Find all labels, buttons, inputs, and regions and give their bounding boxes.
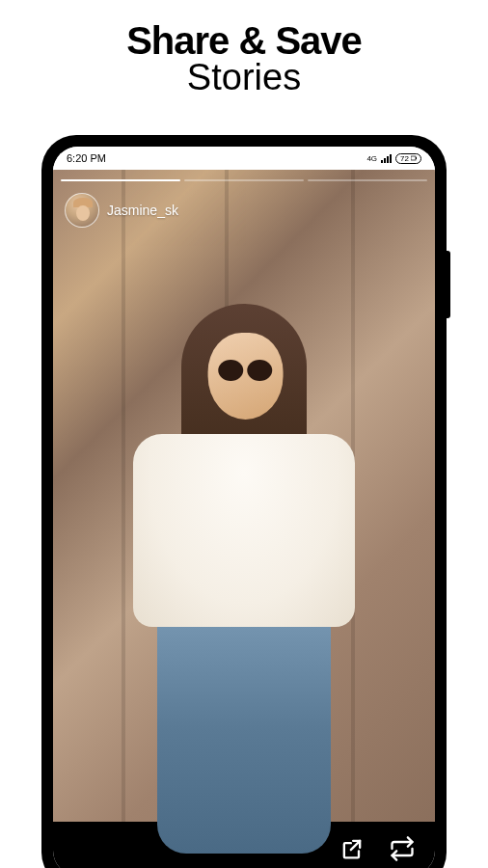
phone-side-button: [447, 251, 450, 318]
username: Jasmine_sk: [107, 203, 178, 218]
story-user-header[interactable]: Jasmine_sk: [53, 187, 435, 233]
network-label: 4G: [366, 154, 377, 163]
status-time: 6:20 PM: [67, 152, 106, 164]
share-button[interactable]: [339, 835, 366, 862]
story-viewer[interactable]: Jasmine_sk: [53, 170, 435, 822]
promo-headline: Share & Save Stories: [0, 0, 488, 110]
status-right: 4G 72: [366, 153, 421, 164]
svg-rect-0: [411, 156, 416, 160]
share-icon: [339, 835, 366, 862]
svg-rect-1: [416, 157, 417, 159]
repost-button[interactable]: [389, 835, 416, 862]
progress-segment: [184, 179, 304, 181]
repost-icon: [389, 835, 416, 862]
progress-segment: [308, 179, 427, 181]
signal-icon: [381, 154, 392, 163]
phone-screen: 6:20 PM 4G 72: [53, 147, 435, 868]
progress-segment: [61, 179, 180, 181]
avatar[interactable]: [65, 193, 99, 228]
status-bar: 6:20 PM 4G 72: [53, 147, 435, 170]
battery-indicator: 72: [395, 153, 421, 164]
headline-light: Stories: [0, 57, 488, 98]
story-image: [53, 233, 435, 822]
phone-mockup: 6:20 PM 4G 72: [41, 135, 447, 868]
story-progress: [53, 170, 435, 187]
battery-level: 72: [400, 154, 409, 163]
person-illustration: [119, 304, 369, 786]
battery-icon: [411, 155, 417, 161]
